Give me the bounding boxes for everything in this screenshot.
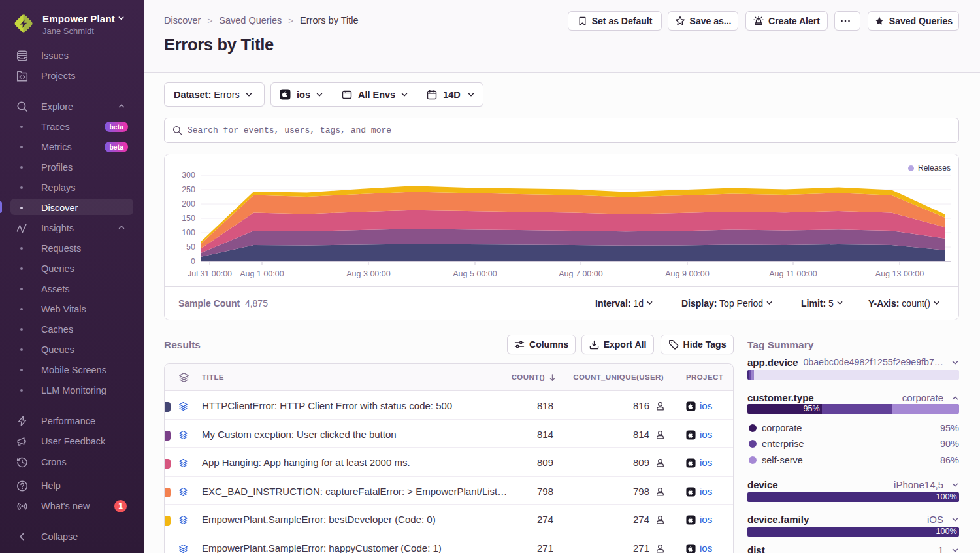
svg-text:200: 200 bbox=[182, 199, 195, 209]
svg-text:0: 0 bbox=[191, 257, 195, 266]
svg-text:Aug 11 00:00: Aug 11 00:00 bbox=[769, 269, 817, 278]
svg-text:250: 250 bbox=[182, 185, 195, 194]
svg-text:50: 50 bbox=[186, 243, 195, 252]
svg-text:Aug 13 00:00: Aug 13 00:00 bbox=[875, 269, 924, 278]
svg-text:Aug 3 00:00: Aug 3 00:00 bbox=[346, 269, 390, 278]
svg-text:Aug 1 00:00: Aug 1 00:00 bbox=[240, 269, 284, 278]
svg-text:100: 100 bbox=[182, 228, 195, 237]
svg-text:300: 300 bbox=[182, 171, 195, 180]
svg-text:Aug 5 00:00: Aug 5 00:00 bbox=[453, 269, 497, 278]
svg-text:Aug 9 00:00: Aug 9 00:00 bbox=[665, 269, 709, 278]
svg-text:Jul 31 00:00: Jul 31 00:00 bbox=[188, 269, 232, 278]
svg-text:150: 150 bbox=[182, 214, 195, 223]
svg-text:Aug 7 00:00: Aug 7 00:00 bbox=[559, 269, 602, 278]
